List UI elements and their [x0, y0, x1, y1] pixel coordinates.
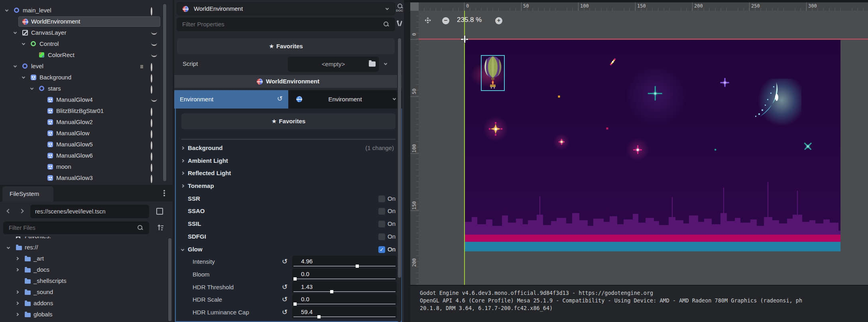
environment-resource-picker[interactable]: Environment — [288, 90, 402, 109]
load-script-folder-icon[interactable] — [369, 61, 376, 67]
visibility-eye-icon[interactable] — [151, 63, 152, 71]
scene-tree-row[interactable]: Background — [0, 72, 173, 83]
expand-arrow-icon[interactable] — [7, 246, 10, 249]
viewport-canvas[interactable]: − 235.8 % + — [419, 11, 868, 285]
checkbox-checked[interactable]: ✓ — [378, 246, 385, 253]
scene-tree-row[interactable]: ManualGlow5 — [0, 139, 173, 150]
expand-arrow-icon[interactable] — [16, 257, 19, 260]
slider-handle[interactable] — [293, 302, 297, 306]
scene-tree-row[interactable]: moon — [0, 161, 173, 172]
slider-track[interactable] — [293, 266, 396, 267]
sub-favorites-header[interactable]: ★ Favorites — [181, 113, 396, 129]
scene-tree-scrollbar[interactable] — [162, 3, 167, 182]
sort-files-icon[interactable] — [156, 224, 164, 232]
expand-arrow-icon[interactable] — [181, 146, 184, 150]
expand-arrow-icon[interactable] — [181, 172, 184, 175]
revert-icon[interactable]: ↺ — [282, 284, 287, 290]
scene-tree-row[interactable]: main_level — [0, 5, 173, 16]
value-field[interactable]: 1.43 — [292, 281, 397, 293]
expand-arrow-icon[interactable] — [181, 184, 184, 188]
script-menu-chevron-icon[interactable] — [384, 62, 387, 65]
file-tree-row[interactable]: _art — [0, 253, 173, 265]
script-value-field[interactable]: <empty> — [288, 57, 379, 72]
favorites-header[interactable]: ★ Favorites — [177, 38, 395, 54]
inspector-scrollbar[interactable] — [397, 38, 402, 322]
output-console[interactable]: Godot Engine v4.6.dev3.mono.official.9d8… — [410, 285, 868, 322]
expand-arrow-icon[interactable] — [16, 290, 19, 294]
slider-handle[interactable] — [330, 290, 333, 293]
property-group-row[interactable]: Background(1 change) — [176, 142, 401, 155]
slider-track[interactable] — [293, 316, 396, 317]
file-tree-row[interactable]: _sound — [0, 287, 173, 298]
expand-arrow-icon[interactable] — [16, 268, 19, 271]
value-field[interactable]: 4.96 — [292, 256, 397, 268]
expand-arrow-icon[interactable] — [22, 42, 25, 45]
revert-icon[interactable]: ↺ — [282, 309, 287, 316]
scene-tree-row[interactable]: ManualGlow6 — [0, 150, 173, 161]
expand-arrow-icon[interactable] — [181, 159, 184, 162]
scene-tree-row[interactable]: WorldEnvironment — [0, 16, 173, 27]
expand-arrow-icon[interactable] — [14, 64, 17, 67]
current-path-field[interactable]: res://scenes/level/level.tscn — [30, 205, 149, 218]
revert-icon[interactable]: ↺ — [282, 258, 287, 265]
slider-handle[interactable] — [317, 315, 321, 318]
checkbox[interactable] — [378, 208, 385, 215]
file-tree-row[interactable]: globals — [0, 309, 173, 320]
checkbox[interactable] — [378, 221, 385, 227]
zoom-percent-label[interactable]: 235.8 % — [457, 16, 482, 24]
inspector-tools-icon[interactable] — [396, 20, 403, 28]
property-group-row[interactable]: Reflected Light — [176, 167, 401, 180]
file-tree-row[interactable]: _shellscripts — [0, 276, 173, 287]
slider-track[interactable] — [293, 304, 396, 304]
visibility-hidden-icon[interactable] — [151, 99, 157, 102]
tab-filesystem[interactable]: FileSystem — [2, 186, 53, 201]
scene-tree-row[interactable]: ManualGlow2 — [0, 117, 173, 128]
visibility-eye-icon[interactable] — [151, 141, 152, 150]
expand-arrow-icon[interactable] — [14, 31, 17, 34]
history-forward-button[interactable] — [19, 209, 24, 213]
visibility-eye-icon[interactable] — [151, 130, 152, 138]
expand-arrow-icon[interactable] — [16, 302, 19, 305]
scene-tree-row[interactable]: BlitzBlitzBgStar01 — [0, 105, 173, 117]
visibility-eye-icon[interactable] — [151, 74, 152, 83]
file-tree-row[interactable]: res:// — [0, 242, 173, 253]
expand-arrow-icon[interactable] — [30, 87, 33, 90]
environment-property-label[interactable]: Environment ↺ — [174, 90, 288, 109]
visibility-eye-icon[interactable] — [151, 152, 152, 161]
open-docs-icon[interactable]: DOC — [396, 3, 404, 14]
inspector-node-selector[interactable]: WorldEnvironment — [177, 2, 395, 15]
history-back-button[interactable] — [6, 209, 11, 213]
vertical-ruler[interactable]: 050100150200 — [410, 11, 419, 285]
visibility-eye-icon[interactable] — [151, 119, 152, 127]
file-tree-scrollbar[interactable] — [167, 237, 172, 322]
property-group-row[interactable]: Tonemap — [176, 180, 401, 193]
visibility-hidden-icon[interactable] — [151, 54, 157, 57]
file-tree-row[interactable]: addons — [0, 298, 173, 309]
filesystem-menu-icon[interactable] — [163, 190, 165, 192]
expand-arrow-icon[interactable] — [16, 313, 19, 316]
value-field[interactable]: 0.0 — [292, 294, 397, 306]
scene-tree-row[interactable]: ManualGlow — [0, 128, 173, 139]
visibility-eye-icon[interactable] — [151, 164, 152, 172]
balloon-selection-rect[interactable] — [481, 55, 505, 91]
split-view-icon[interactable] — [156, 208, 163, 215]
zoom-out-button[interactable]: − — [442, 17, 449, 24]
horizontal-ruler[interactable]: 050100150200250300 — [419, 2, 868, 11]
file-tree-row[interactable]: Favorites: — [0, 237, 173, 242]
visibility-eye-icon[interactable] — [151, 108, 152, 116]
visibility-eye-icon[interactable] — [151, 175, 152, 183]
slider-handle[interactable] — [356, 265, 359, 268]
value-field[interactable]: 59.4 — [292, 306, 397, 318]
slider-track[interactable] — [293, 291, 396, 292]
visibility-hidden-icon[interactable] — [151, 43, 157, 46]
visibility-eye-icon[interactable] — [151, 85, 152, 94]
scene-tree-row[interactable]: ColorRect — [0, 49, 173, 61]
checkbox[interactable] — [378, 196, 385, 202]
slider-handle[interactable] — [293, 277, 297, 281]
revert-icon[interactable]: ↺ — [277, 95, 283, 102]
collapse-arrow-icon[interactable] — [181, 247, 184, 251]
scene-tree-row[interactable]: level — [0, 61, 173, 72]
file-tree-row[interactable]: _docs — [0, 265, 173, 276]
visibility-eye-icon[interactable] — [151, 7, 152, 16]
scene-tree-row[interactable]: ManualGlow3 — [0, 172, 173, 184]
